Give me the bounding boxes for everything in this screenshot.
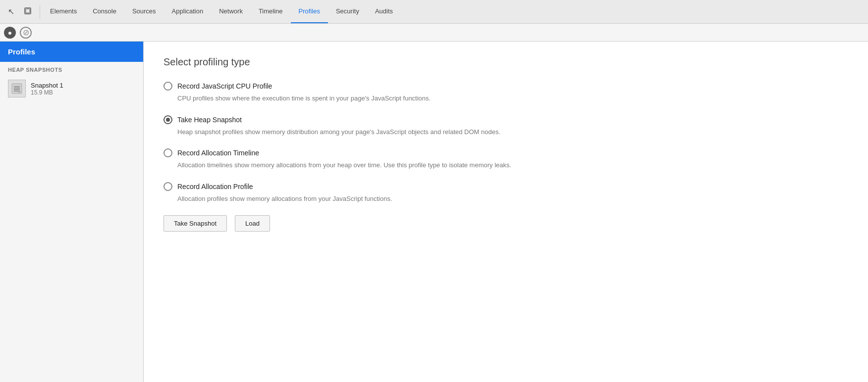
- radio-heap[interactable]: [163, 115, 172, 124]
- radio-cpu[interactable]: [163, 82, 172, 91]
- option-label-alloc-profile[interactable]: Record Allocation Profile: [177, 183, 253, 191]
- load-button[interactable]: Load: [235, 215, 270, 232]
- tab-audits[interactable]: Audits: [367, 0, 401, 23]
- snapshot-size: 15.9 MB: [31, 89, 63, 96]
- profile-option-cpu-header: Record JavaScript CPU Profile: [163, 82, 848, 91]
- stop-button[interactable]: ⊘: [20, 27, 32, 39]
- tab-console[interactable]: Console: [85, 0, 124, 23]
- button-row: Take Snapshot Load: [163, 215, 848, 232]
- profile-option-alloc-timeline-header: Record Allocation Timeline: [163, 148, 848, 157]
- profile-option-alloc-profile-header: Record Allocation Profile: [163, 182, 848, 191]
- main-layout: Profiles HEAP SNAPSHOTS % Snapshot 1 15.…: [0, 42, 868, 382]
- snapshot-item[interactable]: % Snapshot 1 15.9 MB: [0, 76, 143, 101]
- stop-icon: ⊘: [23, 28, 29, 37]
- content-area: Select profiling type Record JavaScript …: [144, 42, 868, 382]
- sidebar: Profiles HEAP SNAPSHOTS % Snapshot 1 15.…: [0, 42, 144, 382]
- inspect-tool-button[interactable]: [21, 5, 35, 19]
- sidebar-section-label: HEAP SNAPSHOTS: [0, 62, 143, 76]
- tab-sources[interactable]: Sources: [124, 0, 164, 23]
- snapshot-info: Snapshot 1 15.9 MB: [31, 82, 63, 96]
- radio-alloc-timeline[interactable]: [163, 148, 172, 157]
- profile-option-cpu: Record JavaScript CPU Profile CPU profil…: [163, 82, 848, 103]
- profile-option-heap-header: Take Heap Snapshot: [163, 115, 848, 124]
- sidebar-header: Profiles: [0, 42, 143, 62]
- tab-elements[interactable]: Elements: [42, 0, 85, 23]
- option-desc-alloc-profile: Allocation profiles show memory allocati…: [163, 194, 848, 204]
- option-label-cpu[interactable]: Record JavaScript CPU Profile: [177, 82, 272, 90]
- profile-option-alloc-timeline: Record Allocation Timeline Allocation ti…: [163, 148, 848, 170]
- content-title: Select profiling type: [163, 56, 848, 68]
- radio-alloc-profile[interactable]: [163, 182, 172, 191]
- take-snapshot-button[interactable]: Take Snapshot: [163, 215, 227, 232]
- sidebar-title: Profiles: [8, 48, 35, 56]
- action-bar: ● ⊘: [0, 24, 868, 42]
- profile-option-heap: Take Heap Snapshot Heap snapshot profile…: [163, 115, 848, 137]
- profile-option-alloc-profile: Record Allocation Profile Allocation pro…: [163, 182, 848, 204]
- svg-text:%: %: [18, 90, 21, 93]
- svg-rect-1: [26, 9, 30, 13]
- option-label-heap[interactable]: Take Heap Snapshot: [177, 116, 242, 124]
- option-desc-alloc-timeline: Allocation timelines show memory allocat…: [163, 160, 848, 170]
- option-label-alloc-timeline[interactable]: Record Allocation Timeline: [177, 149, 259, 157]
- option-desc-cpu: CPU profiles show where the execution ti…: [163, 94, 848, 103]
- option-desc-heap: Heap snapshot profiles show memory distr…: [163, 127, 848, 137]
- cursor-icon: ↖: [8, 7, 14, 16]
- toolbar: ↖ Elements Console Sources Application N…: [0, 0, 868, 24]
- tab-timeline[interactable]: Timeline: [251, 0, 291, 23]
- snapshot-icon: %: [8, 80, 26, 97]
- cursor-tool-button[interactable]: ↖: [4, 5, 18, 19]
- toolbar-icons: ↖: [4, 5, 40, 19]
- nav-tabs: Elements Console Sources Application Net…: [42, 0, 401, 23]
- tab-application[interactable]: Application: [164, 0, 212, 23]
- tab-security[interactable]: Security: [328, 0, 367, 23]
- record-button[interactable]: ●: [4, 27, 16, 39]
- tab-profiles[interactable]: Profiles: [291, 0, 328, 23]
- inspect-icon: [24, 7, 32, 17]
- snapshot-name: Snapshot 1: [31, 82, 63, 89]
- record-icon: ●: [8, 29, 12, 37]
- tab-network[interactable]: Network: [211, 0, 251, 23]
